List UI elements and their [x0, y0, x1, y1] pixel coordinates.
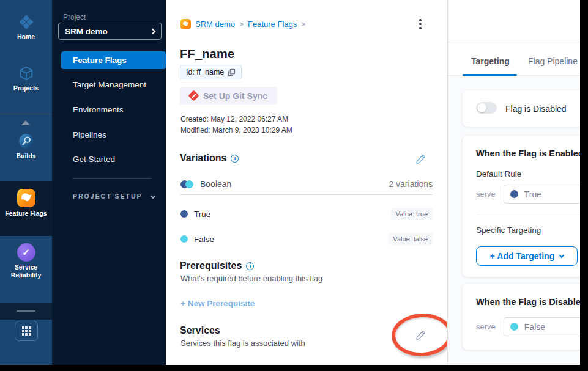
info-icon[interactable]: i — [231, 155, 239, 163]
variation-name: False — [194, 235, 214, 244]
git-sync-icon — [188, 90, 199, 101]
project-sidebar: Project SRM demo Feature Flags Target Ma… — [52, 0, 166, 365]
flag-enabled-toggle[interactable] — [476, 102, 497, 114]
rail-label: Service Reliability — [0, 263, 52, 279]
variation-name: True — [194, 210, 210, 219]
edit-variations-icon[interactable] — [415, 153, 426, 164]
app-window: Home Projects Builds Feature Flags — [0, 0, 588, 371]
tab-flag-pipeline[interactable]: Flag Pipeline — [528, 56, 578, 66]
new-prerequisite-link[interactable]: + New Prerequisite — [180, 299, 255, 308]
boolean-type-icon — [180, 180, 194, 188]
variation-type-label: Boolean — [200, 179, 231, 189]
services-description: Services this flag is associated with — [180, 339, 305, 348]
sidebar-divider — [73, 178, 151, 179]
serve-value: True — [524, 189, 541, 199]
default-rule-serve-row: serve True — [476, 185, 580, 204]
targeting-panel: Targeting Flag Pipeline Flag is Disabled… — [447, 0, 580, 365]
info-icon[interactable]: i — [246, 262, 254, 270]
sidebar-item-target-management[interactable]: Target Management — [61, 76, 166, 94]
tab-targeting[interactable]: Targeting — [471, 56, 510, 66]
divider — [476, 215, 580, 215]
screen-edge-right — [580, 0, 588, 371]
rail-item-service-reliability[interactable]: ✓ Service Reliability — [0, 243, 52, 279]
enabled-rules-card: When the Flag is Enabled i Default Rule … — [463, 136, 580, 277]
annotation-circle — [390, 312, 453, 358]
variation-count: 2 variations — [389, 179, 433, 189]
breadcrumb-project-link[interactable]: SRM demo — [195, 20, 235, 29]
flag-toggle-label: Flag is Disabled — [505, 104, 567, 114]
true-dot-icon — [510, 190, 518, 198]
sidebar-item-feature-flags[interactable]: Feature Flags — [61, 51, 166, 69]
sidebar-item-label: Pipelines — [73, 130, 106, 139]
serve-variation-select[interactable]: True — [504, 185, 580, 204]
project-setup-label: PROJECT SETUP — [73, 193, 143, 200]
add-targeting-button[interactable]: + Add Targeting — [476, 246, 578, 266]
variation-value-badge: Value: false — [388, 233, 433, 245]
variation-row-false: False Value: false — [180, 233, 433, 245]
rail-section-builds: Builds — [0, 114, 52, 181]
rail-section-top: Home Projects — [0, 0, 52, 114]
chevron-down-icon — [559, 252, 564, 257]
chevron-down-icon — [150, 194, 155, 199]
home-icon — [18, 13, 35, 31]
serve-value: False — [524, 322, 545, 332]
screen-edge-bottom — [0, 365, 588, 371]
true-dot-icon — [180, 210, 188, 218]
set-up-git-sync-button[interactable]: Set Up Git Sync — [180, 87, 277, 105]
project-setup-section[interactable]: PROJECT SETUP — [73, 193, 158, 200]
sidebar-item-get-started[interactable]: Get Started — [61, 150, 166, 168]
rail-gap — [0, 303, 52, 320]
active-tab-underline — [463, 74, 517, 76]
prerequisites-heading: Prerequisites — [180, 260, 242, 271]
disabled-rules-card: When the Flag is Disabled serve False — [463, 284, 580, 350]
breadcrumb-separator: > — [301, 20, 305, 29]
module-rail: Home Projects Builds Feature Flags — [0, 0, 52, 365]
add-targeting-label: + Add Targeting — [490, 251, 554, 261]
disabled-section-heading: When the Flag is Disabled — [476, 297, 580, 307]
flag-detail-panel: SRM demo > Feature Flags > FF_name Id: f… — [166, 0, 447, 365]
projects-icon — [18, 65, 35, 82]
serve-variation-select[interactable]: False — [504, 317, 580, 336]
grid-icon — [22, 326, 31, 336]
services-heading-row: Services — [180, 325, 220, 336]
rail-item-projects[interactable]: Projects — [0, 65, 52, 92]
modified-date: Modified: March 9, 2023 10:29 AM — [180, 126, 292, 134]
rail-label: Projects — [0, 84, 52, 92]
copy-icon[interactable] — [228, 68, 236, 76]
feature-flags-icon — [17, 189, 35, 207]
rail-section-srm: ✓ Service Reliability — [0, 236, 52, 303]
divider — [448, 42, 580, 42]
sidebar-item-label: Target Management — [73, 80, 146, 89]
sidebar-item-label: Get Started — [73, 155, 115, 164]
variations-heading-row: Variations i — [180, 153, 239, 164]
rail-section-feature-flags-active: Feature Flags — [0, 181, 52, 236]
false-dot-icon — [180, 235, 188, 243]
rail-label: Home — [0, 33, 52, 41]
project-label: Project — [63, 13, 86, 21]
project-selector-value: SRM demo — [65, 27, 151, 36]
service-reliability-icon: ✓ — [17, 243, 35, 262]
breadcrumb-section-link[interactable]: Feature Flags — [248, 20, 297, 29]
created-date: Created: May 12, 2022 06:27 AM — [180, 115, 288, 123]
collapse-caret-icon[interactable] — [21, 120, 30, 125]
sidebar-item-pipelines[interactable]: Pipelines — [61, 126, 166, 144]
rail-item-builds[interactable]: Builds — [0, 133, 52, 160]
serve-label: serve — [476, 189, 496, 199]
rail-item-home[interactable]: Home — [0, 13, 52, 41]
sidebar-item-environments[interactable]: Environments — [61, 101, 166, 119]
flag-id-chip[interactable]: Id: ff_name — [180, 65, 242, 79]
prerequisites-heading-row: Prerequisites i — [180, 260, 254, 271]
rail-section-bottom — [0, 320, 52, 365]
sidebar-item-label: Feature Flags — [73, 56, 127, 65]
more-options-button[interactable] — [417, 19, 423, 29]
rail-item-feature-flags[interactable]: Feature Flags — [0, 189, 52, 218]
breadcrumb-separator: > — [239, 20, 244, 29]
specific-targeting-label: Specific Targeting — [476, 226, 541, 235]
divider — [180, 194, 433, 195]
project-selector[interactable]: SRM demo — [58, 23, 162, 40]
default-rule-label: Default Rule — [476, 169, 521, 178]
variation-type-row: Boolean 2 variations — [180, 178, 433, 189]
rail-label: Builds — [0, 152, 52, 160]
module-picker-button[interactable] — [15, 321, 38, 341]
prerequisites-description: What's required before enabling this fla… — [180, 274, 322, 283]
